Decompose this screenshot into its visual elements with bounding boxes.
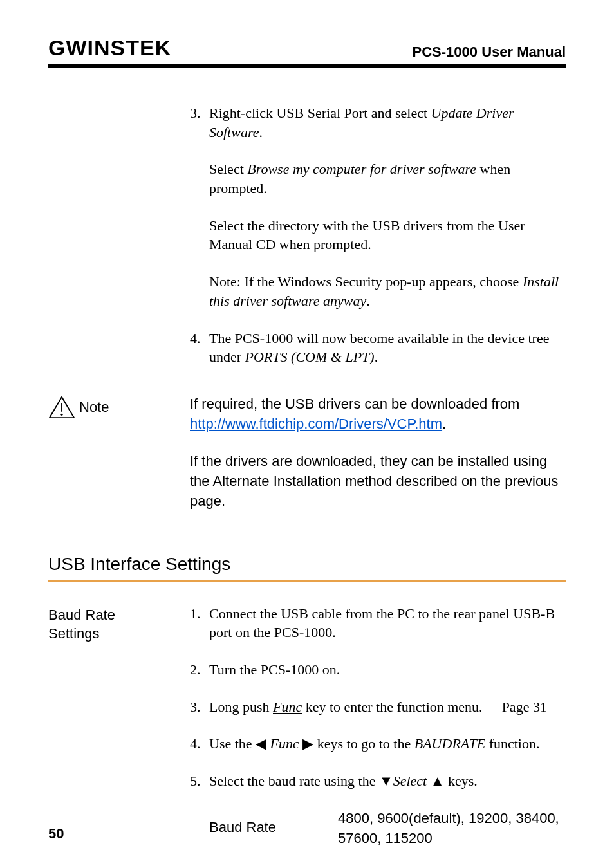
page-number: 50 bbox=[48, 826, 64, 842]
note-body: If required, the USB drivers can be down… bbox=[190, 394, 566, 512]
paragraph: Select the directory with the USB driver… bbox=[209, 216, 566, 254]
list-number: 1. bbox=[190, 604, 209, 642]
brand-logo: GWINSTEK bbox=[48, 35, 171, 60]
settings-label: Baud Rate Settings bbox=[48, 604, 190, 867]
list-item: 1.Connect the USB cable from the PC to t… bbox=[190, 604, 566, 642]
list-number: 3. bbox=[190, 697, 209, 717]
page-reference: Page 31 bbox=[502, 699, 547, 715]
paragraph: Select Browse my computer for driver sof… bbox=[209, 160, 566, 198]
list-item: 4.Use the ◀ Func ▶ keys to go to the BAU… bbox=[190, 734, 566, 753]
list-body: Use the ◀ Func ▶ keys to go to the BAUDR… bbox=[209, 734, 566, 753]
baud-rate-row: Baud Rate4800, 9600(default), 19200, 384… bbox=[209, 809, 566, 849]
note-label: Note bbox=[48, 394, 190, 419]
list-number: 5. bbox=[190, 771, 209, 848]
list-item: 3.Right-click USB Serial Port and select… bbox=[190, 104, 566, 311]
list-body: Right-click USB Serial Port and select U… bbox=[209, 104, 566, 311]
page-header: GWINSTEK PCS-1000 User Manual bbox=[48, 35, 566, 60]
baud-rate-label: Baud Rate bbox=[209, 809, 338, 849]
note-label-text: Note bbox=[79, 398, 109, 417]
list-item: 4.The PCS-1000 will now become available… bbox=[190, 329, 566, 367]
paragraph: Turn the PCS-1000 on. bbox=[209, 660, 566, 679]
paragraph: The PCS-1000 will now become available i… bbox=[209, 329, 566, 367]
paragraph: Connect the USB cable from the PC to the… bbox=[209, 604, 566, 642]
list-body: Select the baud rate using the ▼Select ▲… bbox=[209, 771, 566, 848]
list-body: The PCS-1000 will now become available i… bbox=[209, 329, 566, 367]
list-number: 4. bbox=[190, 329, 209, 367]
paragraph: Use the ◀ Func ▶ keys to go to the BAUDR… bbox=[209, 734, 566, 753]
main-content: 3.Right-click USB Serial Port and select… bbox=[48, 104, 566, 866]
list-body: Turn the PCS-1000 on. bbox=[209, 660, 566, 679]
note-block: Note If required, the USB drivers can be… bbox=[48, 394, 566, 512]
list-number: 2. bbox=[190, 660, 209, 679]
svg-point-2 bbox=[60, 414, 62, 416]
list-number: 4. bbox=[190, 734, 209, 753]
settings-block: Baud Rate Settings 1.Connect the USB cab… bbox=[48, 604, 566, 867]
list-body: Long push Func key to enter the function… bbox=[209, 697, 566, 717]
paragraph: Select the baud rate using the ▼Select ▲… bbox=[209, 771, 566, 791]
paragraph: If the drivers are downloaded, they can … bbox=[190, 452, 566, 511]
divider bbox=[190, 385, 566, 385]
manual-title: PCS-1000 User Manual bbox=[413, 44, 566, 60]
list-body: Connect the USB cable from the PC to the… bbox=[209, 604, 566, 642]
paragraph: Right-click USB Serial Port and select U… bbox=[209, 104, 566, 142]
section-rule bbox=[48, 580, 566, 582]
paragraph: If required, the USB drivers can be down… bbox=[190, 394, 566, 434]
divider bbox=[190, 521, 566, 521]
warning-icon bbox=[48, 396, 75, 419]
list-item: 3.Long push Func key to enter the functi… bbox=[190, 697, 566, 717]
list-item: 5.Select the baud rate using the ▼Select… bbox=[190, 771, 566, 848]
paragraph: Long push Func key to enter the function… bbox=[209, 697, 566, 717]
baud-rate-values: 4800, 9600(default), 19200, 38400, 57600… bbox=[338, 809, 566, 849]
list-number: 3. bbox=[190, 104, 209, 311]
section-heading: USB Interface Settings bbox=[48, 552, 566, 577]
list-item: 2.Turn the PCS-1000 on. bbox=[190, 660, 566, 679]
header-rule bbox=[48, 64, 566, 68]
paragraph: Note: If the Windows Security pop-up app… bbox=[209, 272, 566, 310]
external-link[interactable]: http://www.ftdichip.com/Drivers/VCP.htm bbox=[190, 416, 442, 432]
